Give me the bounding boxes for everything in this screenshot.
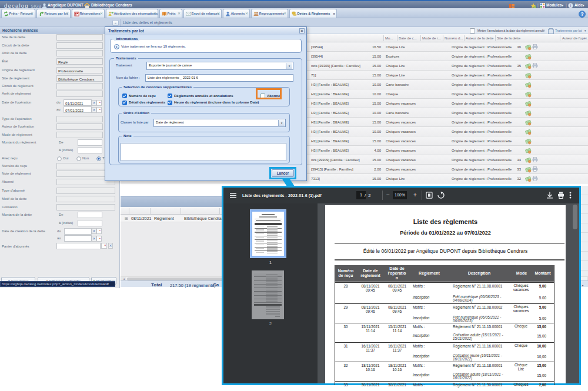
svg-text:i: i [116, 45, 118, 49]
svg-text:?: ? [580, 11, 583, 17]
